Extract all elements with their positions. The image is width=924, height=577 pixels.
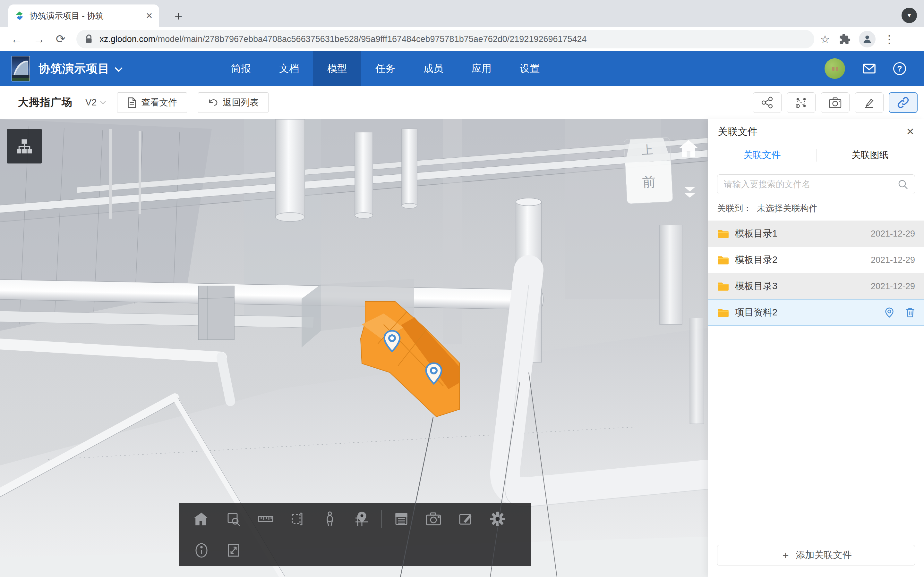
section-button[interactable]	[283, 506, 312, 532]
chevron-down-icon[interactable]	[114, 66, 123, 73]
file-row[interactable]: 模板目录2 2021-12-29	[708, 247, 924, 273]
plus-icon: ＋	[780, 548, 791, 562]
user-avatar[interactable]	[825, 58, 845, 79]
linked-to-value: 未选择关联构件	[757, 203, 817, 213]
file-list: 模板目录1 2021-12-29 模板目录2 2021-12-29 模板目录3 …	[708, 221, 924, 537]
chevron-down-double-icon[interactable]	[681, 185, 699, 199]
site-favicon-icon	[15, 11, 24, 21]
close-icon[interactable]: ✕	[906, 126, 914, 137]
viewer-action-buttons	[753, 92, 918, 113]
home-view-icon[interactable]	[678, 139, 699, 158]
link-icon	[897, 96, 909, 109]
file-name: 模板目录1	[735, 227, 871, 240]
back-icon[interactable]: ←	[11, 32, 23, 46]
properties-panel-button[interactable]	[387, 506, 416, 532]
help-icon[interactable]: ?	[893, 62, 906, 75]
link-files-button[interactable]	[889, 92, 918, 113]
tab-linked-drawings[interactable]: 关联图纸	[816, 144, 924, 166]
tab-search-icon[interactable]: ▼	[901, 8, 917, 23]
bookmark-star-icon[interactable]: ☆	[820, 33, 830, 45]
pencil-icon	[863, 97, 875, 109]
file-row[interactable]: 模板目录1 2021-12-29	[708, 221, 924, 247]
markup-button[interactable]	[855, 92, 884, 113]
file-date: 2021-12-29	[871, 282, 915, 292]
nav-item-tasks[interactable]: 任务	[361, 51, 409, 86]
model-name: 大拇指广场	[18, 95, 73, 110]
nav-item-settings[interactable]: 设置	[506, 51, 554, 86]
row-actions	[884, 307, 915, 318]
viewpoint-route-button[interactable]	[787, 92, 816, 113]
file-search-box[interactable]	[717, 174, 915, 194]
snapshot-button[interactable]	[821, 92, 850, 113]
viewpoint-button[interactable]	[347, 506, 376, 532]
delete-trash-icon[interactable]	[905, 307, 915, 318]
share-button[interactable]	[753, 92, 782, 113]
folder-icon	[717, 308, 729, 318]
search-icon[interactable]	[897, 179, 908, 190]
back-to-list-button[interactable]: 返回列表	[198, 92, 268, 113]
nav-item-documents[interactable]: 文档	[265, 51, 313, 86]
folder-icon	[717, 255, 729, 265]
tab-title: 协筑演示项目 - 协筑	[29, 10, 141, 21]
browser-tab[interactable]: 协筑演示项目 - 协筑 ✕	[8, 5, 159, 27]
new-tab-button[interactable]: ＋	[172, 9, 185, 22]
view-file-button[interactable]: 查看文件	[117, 92, 187, 113]
folder-icon	[717, 281, 729, 292]
camera-icon	[829, 97, 842, 109]
url-domain: xz.glodon.com	[99, 34, 155, 44]
project-thumbnail[interactable]	[11, 56, 30, 81]
reload-icon[interactable]: ⟳	[56, 32, 65, 46]
linked-files-panel: 关联文件 ✕ 关联文件 关联图纸 关联到：未选择关联构件 模板目录1	[708, 119, 924, 577]
browser-profile-avatar[interactable]	[859, 31, 876, 47]
lock-icon	[85, 34, 93, 44]
model-viewport[interactable]: 上 前	[0, 119, 708, 577]
app-header: 协筑演示项目 简报 文档 模型 任务 成员 应用 设置 ?	[0, 51, 924, 86]
info-button[interactable]	[187, 538, 216, 563]
nav-item-apps[interactable]: 应用	[457, 51, 506, 86]
view-cube-front-face[interactable]: 前	[625, 160, 673, 203]
markup-edit-button[interactable]	[451, 506, 480, 532]
file-date: 2021-12-29	[871, 255, 915, 265]
folder-icon	[717, 229, 729, 239]
tab-strip: 协筑演示项目 - 协筑 ✕ ＋ ▼	[0, 0, 924, 27]
version-selector[interactable]: V2	[86, 97, 106, 108]
return-arrow-icon	[208, 98, 218, 107]
locate-pin-icon[interactable]	[884, 307, 895, 318]
forward-icon[interactable]: →	[33, 32, 45, 46]
browser-menu-icon[interactable]: ⋮	[884, 33, 895, 45]
back-to-list-label: 返回列表	[223, 97, 258, 109]
main-nav: 简报 文档 模型 任务 成员 应用 设置	[217, 51, 554, 86]
screenshot-button[interactable]	[419, 506, 448, 532]
zoom-select-button[interactable]	[219, 506, 248, 532]
file-row[interactable]: 模板目录3 2021-12-29	[708, 273, 924, 300]
home-button[interactable]	[187, 506, 216, 532]
fullscreen-button[interactable]	[219, 538, 248, 563]
extensions-puzzle-icon[interactable]	[838, 33, 851, 45]
file-name: 项目资料2	[735, 306, 884, 319]
tab-linked-files[interactable]: 关联文件	[708, 144, 816, 166]
measure-button[interactable]	[251, 506, 280, 532]
file-row-selected[interactable]: 项目资料2	[708, 300, 924, 326]
panel-footer: ＋ 添加关联文件	[708, 537, 924, 577]
tab-close-icon[interactable]: ✕	[145, 11, 153, 21]
nav-item-briefing[interactable]: 简报	[217, 51, 265, 86]
view-cube[interactable]: 上 前	[624, 137, 673, 203]
model-tree-button[interactable]	[7, 129, 42, 163]
browser-window: 协筑演示项目 - 协筑 ✕ ＋ ▼ ← → ⟳ xz.glodon.com/mo…	[0, 0, 924, 577]
linked-to-row: 关联到：未选择关联构件	[717, 203, 915, 214]
settings-button[interactable]	[483, 506, 512, 532]
address-bar[interactable]: xz.glodon.com/model/main/278b7967ebba470…	[76, 30, 814, 48]
view-file-label: 查看文件	[141, 97, 177, 109]
nav-item-model[interactable]: 模型	[313, 51, 361, 86]
add-linked-file-button[interactable]: ＋ 添加关联文件	[717, 545, 915, 566]
url-path: /model/main/278b7967ebba4708ac566375631b…	[155, 34, 586, 44]
view-cube-top-face[interactable]: 上	[624, 137, 671, 163]
panel-header: 关联文件 ✕	[708, 119, 924, 144]
mail-icon[interactable]	[863, 63, 876, 74]
project-title[interactable]: 协筑演示项目	[39, 61, 110, 77]
nav-item-members[interactable]: 成员	[409, 51, 457, 86]
file-search-input[interactable]	[724, 179, 897, 189]
walkthrough-button[interactable]	[315, 506, 344, 532]
model-toolbar: 大拇指广场 V2 查看文件 返回列表	[0, 86, 924, 119]
file-date: 2021-12-29	[871, 229, 915, 239]
